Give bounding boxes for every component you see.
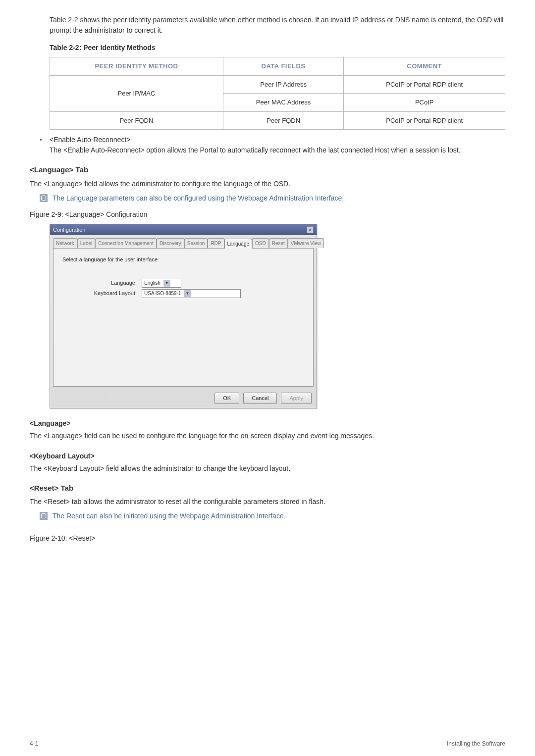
note-text: The Language parameters can also be conf… bbox=[53, 193, 344, 203]
reset-tab-body: The <Reset> tab allows the administrator… bbox=[30, 497, 505, 507]
tab-osd[interactable]: OSD bbox=[252, 238, 269, 248]
tab-reset[interactable]: Reset bbox=[269, 238, 288, 248]
cell-comment: PCoIP or Portal RDP client bbox=[344, 75, 505, 94]
cell-method: Peer IP/MAC bbox=[50, 75, 223, 111]
dialog-titlebar: Configuration × bbox=[50, 224, 317, 236]
bullet-title: <Enable Auto-Reconnect> bbox=[50, 135, 505, 145]
peer-identity-table: PEER IDENTITY METHOD DATA FIELDS COMMENT… bbox=[50, 57, 505, 130]
keyboard-layout-label: Keyboard Layout: bbox=[62, 289, 142, 298]
tab-discovery[interactable]: Discovery bbox=[157, 238, 184, 248]
th-fields: DATA FIELDS bbox=[223, 57, 344, 76]
cell-method: Peer FQDN bbox=[50, 111, 223, 130]
th-method: PEER IDENTITY METHOD bbox=[50, 57, 223, 76]
language-tab-heading: <Language> Tab bbox=[30, 164, 505, 176]
cell-comment: PCoIP bbox=[344, 94, 505, 112]
intro-paragraph: Table 2-2 shows the peer identity parame… bbox=[50, 15, 505, 36]
tab-session[interactable]: Session bbox=[184, 238, 208, 248]
keyboard-layout-heading: <Keyboard Layout> bbox=[30, 451, 505, 461]
note-reset: The Reset can also be initiated using th… bbox=[40, 511, 505, 521]
cell-field: Peer MAC Address bbox=[223, 94, 344, 112]
close-icon[interactable]: × bbox=[307, 226, 314, 233]
ok-button[interactable]: OK bbox=[214, 393, 239, 404]
page-footer: 4-1 Installing the Software bbox=[30, 735, 505, 748]
figure-caption-2-10: Figure 2-10: <Reset> bbox=[30, 533, 505, 544]
tab-label[interactable]: Label bbox=[77, 238, 95, 248]
chevron-down-icon: ▼ bbox=[163, 280, 170, 287]
keyboard-layout-value: USA ISO-8859-1 bbox=[144, 290, 181, 297]
dialog-button-row: OK Cancel Apply bbox=[50, 390, 317, 408]
keyboard-layout-select[interactable]: USA ISO-8859-1 ▼ bbox=[142, 289, 241, 298]
language-heading: <Language> bbox=[30, 418, 505, 429]
tab-network[interactable]: Network bbox=[53, 238, 77, 248]
tab-rdp[interactable]: RDP bbox=[208, 238, 224, 248]
table-row: Peer IP/MAC Peer IP Address PCoIP or Por… bbox=[50, 75, 505, 94]
bullet-item: • <Enable Auto-Reconnect> The <Enable Au… bbox=[40, 135, 505, 155]
language-body: The <Language> field can be used to conf… bbox=[30, 431, 505, 441]
footer-page-number: 4-1 bbox=[30, 739, 38, 748]
note-text: The Reset can also be initiated using th… bbox=[53, 511, 286, 521]
tab-connection-management[interactable]: Connection Management bbox=[95, 238, 157, 248]
note-icon bbox=[40, 512, 48, 520]
language-select-value: English bbox=[144, 279, 160, 287]
chevron-down-icon: ▼ bbox=[184, 290, 191, 297]
cell-field: Peer IP Address bbox=[223, 75, 344, 94]
apply-button[interactable]: Apply bbox=[281, 393, 312, 404]
table-caption: Table 2-2: Peer Identity Methods bbox=[50, 43, 505, 53]
language-label: Language: bbox=[62, 279, 142, 287]
language-select[interactable]: English ▼ bbox=[142, 279, 181, 288]
note-icon bbox=[40, 194, 48, 202]
cancel-button[interactable]: Cancel bbox=[243, 393, 277, 404]
figure-caption-2-9: Figure 2-9: <Language> Configuration bbox=[30, 209, 505, 220]
tab-language[interactable]: Language bbox=[224, 239, 253, 249]
th-comment: COMMENT bbox=[344, 57, 505, 76]
configuration-dialog: Configuration × Network Label Connection… bbox=[50, 224, 317, 408]
bullet-body: The <Enable Auto-Reconnect> option allow… bbox=[50, 145, 505, 155]
dialog-body: Select a language for the user interface… bbox=[53, 248, 314, 387]
tab-vmware-view[interactable]: VMware View bbox=[288, 238, 324, 248]
bullet-marker: • bbox=[40, 135, 50, 155]
footer-section-title: Installing the Software bbox=[447, 739, 505, 748]
dialog-tabstrip: Network Label Connection Management Disc… bbox=[50, 235, 317, 248]
reset-tab-heading: <Reset> Tab bbox=[30, 483, 505, 494]
cell-field: Peer FQDN bbox=[223, 111, 344, 130]
note-language: The Language parameters can also be conf… bbox=[40, 193, 505, 203]
dialog-instruction: Select a language for the user interface bbox=[62, 255, 304, 264]
cell-comment: PCoIP or Portal RDP client bbox=[344, 111, 505, 130]
dialog-title-text: Configuration bbox=[53, 226, 85, 234]
language-tab-desc: The <Language> field allows the administ… bbox=[30, 179, 505, 189]
table-row: Peer FQDN Peer FQDN PCoIP or Portal RDP … bbox=[50, 111, 505, 130]
keyboard-layout-body: The <Keyboard Layout> field allows the a… bbox=[30, 463, 505, 474]
